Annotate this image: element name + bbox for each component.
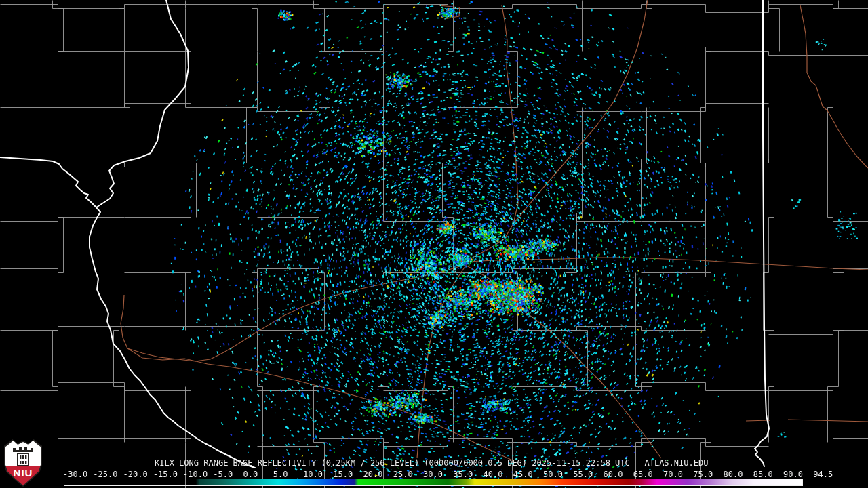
colorbar-tick-label: 65.0 bbox=[633, 470, 653, 479]
castle-icon bbox=[11, 445, 35, 467]
colorbar-tick-label: 70.0 bbox=[663, 470, 683, 479]
colorbar-labels: -30.0-25.0-20.0-15.0-10.0-5.00.05.010.01… bbox=[0, 470, 868, 479]
colorbar-tick-label: 5.0 bbox=[273, 470, 288, 479]
colorbar-tick-label: -25.0 bbox=[93, 470, 117, 479]
colorbar-tick-label: 15.0 bbox=[333, 470, 353, 479]
radar-map-canvas bbox=[0, 0, 868, 488]
colorbar-tick-label: 50.0 bbox=[543, 470, 563, 479]
colorbar-tick-label: -20.0 bbox=[123, 470, 148, 479]
colorbar-tick-label: 30.0 bbox=[423, 470, 443, 479]
radar-title: KILX LONG RANGE BASE REFLECTIVITY (0.25K… bbox=[155, 458, 708, 468]
colorbar-tick-label: 25.0 bbox=[393, 470, 413, 479]
colorbar-tick-label: 35.0 bbox=[453, 470, 473, 479]
colorbar-tick-label: -10.0 bbox=[183, 470, 208, 479]
colorbar-tick-label: 80.0 bbox=[724, 470, 743, 479]
colorbar-tick-label: -5.0 bbox=[213, 470, 233, 479]
colorbar-tick-label: 94.5 bbox=[813, 470, 833, 479]
colorbar-tick-label: 85.0 bbox=[753, 470, 773, 479]
colorbar-tick-label: 45.0 bbox=[513, 470, 533, 479]
colorbar-tick-label: 20.0 bbox=[363, 470, 383, 479]
colorbar-tick-label: -15.0 bbox=[153, 470, 178, 479]
colorbar-tick-label: 60.0 bbox=[604, 470, 623, 479]
colorbar-tick-label: 90.0 bbox=[783, 470, 803, 479]
colorbar-tick-label: 0.0 bbox=[243, 470, 258, 479]
colorbar-tick-label: 40.0 bbox=[484, 470, 503, 479]
radar-viewer: KILX LONG RANGE BASE REFLECTIVITY (0.25K… bbox=[0, 0, 868, 488]
colorbar-tick-label: 10.0 bbox=[303, 470, 323, 479]
colorbar-tick-label: 75.0 bbox=[693, 470, 713, 479]
colorbar-gradient bbox=[64, 479, 803, 486]
colorbar-tick-label: -30.0 bbox=[63, 470, 87, 479]
colorbar-tick-label: 55.0 bbox=[573, 470, 593, 479]
